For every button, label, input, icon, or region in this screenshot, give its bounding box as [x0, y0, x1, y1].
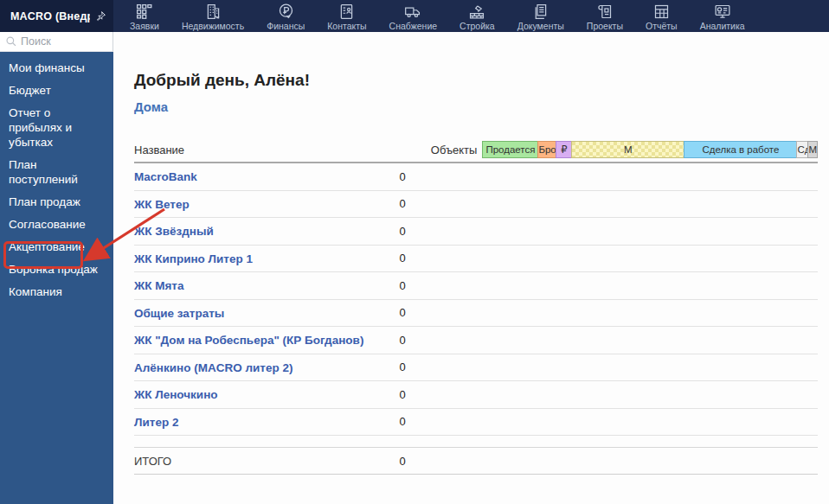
app-logo[interactable]: MACRO (Внедр...	[0, 0, 113, 32]
project-link[interactable]: Общие затраты	[134, 307, 224, 320]
sidebar: Мои финансы Бюджет Отчет о прибылях и уб…	[0, 32, 113, 504]
project-link[interactable]: MacroBank	[134, 170, 197, 183]
pin-icon[interactable]	[95, 10, 106, 22]
table-row: ЖК Леночкино 0	[134, 381, 818, 409]
status-legend-badge: М	[571, 141, 684, 158]
top-nav-item[interactable]: Заявки	[119, 0, 170, 32]
top-nav-item[interactable]: Отчёты	[634, 0, 689, 32]
top-nav-item[interactable]: Снабжение	[378, 0, 448, 32]
top-nav-item[interactable]: Контакты	[316, 0, 377, 32]
contacts-icon	[337, 3, 356, 20]
project-link[interactable]: ЖК "Дом на Робеспьера" (КР Богданов)	[134, 334, 363, 347]
objects-count: 0	[385, 279, 420, 292]
objects-count: 0	[385, 197, 420, 210]
total-label: ИТОГО	[134, 455, 385, 468]
project-link[interactable]: Литер 2	[134, 416, 178, 429]
top-nav-item[interactable]: Финансы	[255, 0, 316, 32]
sidebar-search	[0, 32, 113, 52]
truck-icon	[403, 3, 422, 20]
top-nav-item-label: Снабжение	[389, 21, 437, 31]
status-legend-badge: Бронь	[537, 141, 556, 158]
building-icon	[204, 3, 222, 20]
table-header-row: Название Объекты Продается Бронь ₽ М Сде…	[134, 137, 818, 163]
table-row: Алёнкино (MACRO литер 2) 0	[134, 354, 818, 382]
top-nav-item-label: Заявки	[130, 21, 159, 31]
documents-icon	[531, 3, 549, 20]
objects-count: 0	[385, 170, 420, 183]
app-logo-label: MACRO (Внедр...	[10, 10, 90, 22]
project-link[interactable]: ЖК Ветер	[134, 198, 190, 211]
sidebar-menu: Мои финансы Бюджет Отчет о прибылях и уб…	[0, 52, 113, 303]
objects-count: 0	[385, 252, 420, 265]
table-spacer-row	[134, 436, 818, 448]
table-row: Общие затраты 0	[134, 300, 818, 328]
macro-crm-app: MACRO (Внедр... Заявки Недвижимость	[0, 0, 829, 504]
table-row: MacroBank 0	[134, 163, 818, 191]
top-nav-item-label: Документы	[517, 21, 564, 31]
objects-count: 0	[385, 415, 420, 428]
apps-grid-icon	[135, 3, 153, 20]
objects-count: 0	[385, 388, 420, 401]
table-row: ЖК "Дом на Робеспьера" (КР Богданов) 0	[134, 327, 818, 354]
status-legend-badge: Сделка проведена	[796, 141, 808, 158]
top-nav-item[interactable]: Аналитика	[689, 0, 756, 32]
table-row: ЖК Мята 0	[134, 272, 818, 300]
top-nav-item[interactable]: Стройка	[448, 0, 506, 32]
search-icon	[5, 35, 17, 48]
project-link[interactable]: ЖК Мята	[134, 279, 183, 292]
section-link-doma[interactable]: Дома	[134, 99, 168, 114]
sidebar-menu-item[interactable]: Компания	[0, 280, 113, 303]
top-nav-item[interactable]: Документы	[506, 0, 575, 32]
top-nav-item[interactable]: Проекты	[575, 0, 634, 32]
top-nav-item-label: Недвижимость	[182, 21, 244, 31]
top-nav-item-label: Отчёты	[646, 21, 678, 31]
status-legend-badge: Сделка в работе	[684, 141, 797, 158]
construction-icon	[467, 3, 486, 20]
table-row: ЖК Киприно Литер 1 0	[134, 246, 818, 273]
sidebar-menu-item[interactable]: План поступлений	[0, 153, 113, 190]
project-link[interactable]: ЖК Звёздный	[134, 225, 214, 238]
sidebar-menu-item[interactable]: Мои финансы	[0, 56, 113, 79]
table-row: ЖК Звёздный 0	[134, 218, 818, 246]
top-nav-item-label: Проекты	[587, 21, 623, 31]
column-header-name: Название	[134, 144, 431, 156]
report-icon	[652, 3, 671, 20]
top-nav-item-label: Стройка	[459, 21, 495, 31]
sidebar-menu-item[interactable]: Согласование	[0, 213, 113, 235]
top-nav-item-label: Финансы	[267, 21, 305, 31]
total-objects-count: 0	[385, 455, 420, 468]
sidebar-menu-item[interactable]: Воронка продаж	[0, 258, 113, 280]
top-nav-item[interactable]: Недвижимость	[170, 0, 255, 32]
analytics-icon	[713, 3, 732, 20]
objects-count: 0	[385, 360, 420, 373]
project-link[interactable]: ЖК Леночкино	[134, 388, 218, 401]
projects-table: Название Объекты Продается Бронь ₽ М Сде…	[134, 137, 818, 475]
top-nav-item-label: Аналитика	[700, 21, 745, 31]
table-row: ЖК Ветер 0	[134, 191, 818, 219]
objects-count: 0	[385, 334, 420, 347]
sidebar-menu-item[interactable]: Бюджет	[0, 79, 113, 101]
table-body: MacroBank 0 ЖК Ветер 0 ЖК Звёздный 0	[134, 163, 818, 436]
objects-count: 0	[385, 306, 420, 319]
top-nav-items: Заявки Недвижимость Финансы Контакты	[113, 0, 756, 32]
project-link[interactable]: ЖК Киприно Литер 1	[134, 252, 253, 265]
blueprint-icon	[595, 3, 614, 20]
status-legend-badge: Продается	[482, 141, 538, 158]
project-link[interactable]: Алёнкино (MACRO литер 2)	[134, 361, 292, 374]
status-legend: Продается Бронь ₽ М Сделка в работе Сдел…	[483, 141, 818, 158]
top-nav-item-label: Контакты	[327, 21, 366, 31]
sidebar-menu-item[interactable]: План продаж	[0, 190, 113, 213]
greeting-title: Добрый день, Алёна!	[134, 71, 818, 90]
status-legend-badge: М	[807, 141, 818, 158]
top-navigation-bar: MACRO (Внедр... Заявки Недвижимость	[0, 0, 829, 32]
objects-count: 0	[385, 225, 420, 238]
status-legend-badge: ₽	[556, 141, 572, 158]
sidebar-menu-item[interactable]: Акцептование	[0, 235, 113, 258]
table-row: Литер 2 0	[134, 409, 818, 437]
table-total-row: ИТОГО 0	[134, 448, 818, 475]
main-content: Добрый день, Алёна! Дома Название Объект…	[113, 32, 829, 504]
column-header-objects: Объекты	[431, 144, 478, 156]
sidebar-menu-item[interactable]: Отчет о прибылях и убытках	[0, 101, 113, 153]
ruble-icon	[277, 3, 295, 20]
